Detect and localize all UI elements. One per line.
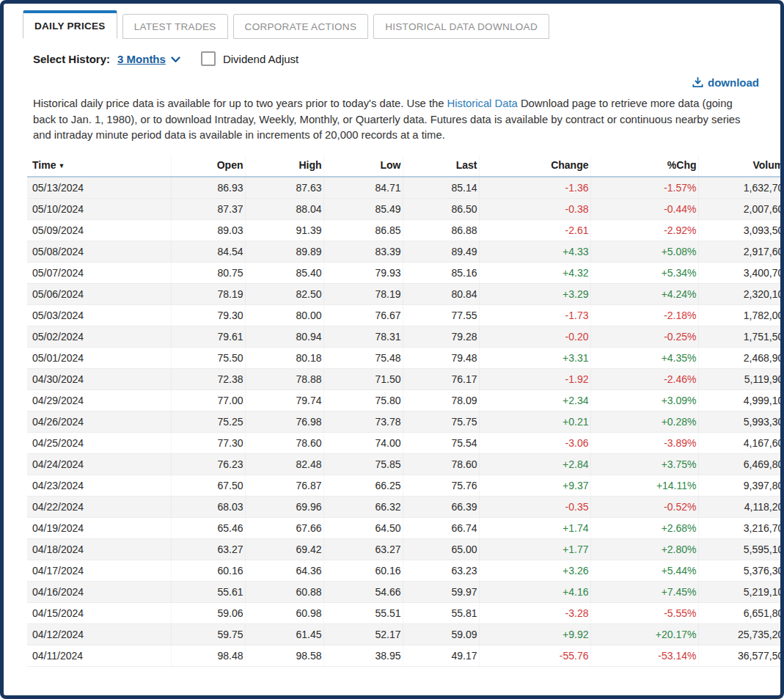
cell-last: 79.48 — [403, 347, 479, 368]
cell-time: 04/15/2024 — [27, 602, 171, 623]
column-header-last[interactable]: Last — [403, 155, 479, 177]
dividend-adjust-checkbox[interactable] — [201, 51, 216, 66]
price-table-body: 05/13/202486.9387.6384.7185.14-1.36-1.57… — [27, 177, 784, 667]
cell-low: 83.39 — [323, 241, 403, 262]
column-header-change[interactable]: Change — [479, 155, 590, 177]
cell-high: 76.98 — [245, 411, 323, 432]
cell-low: 63.27 — [323, 538, 403, 560]
cell-open: 63.27 — [171, 538, 245, 560]
cell-high: 60.88 — [245, 581, 323, 602]
cell-low: 75.80 — [323, 389, 403, 411]
cell-open: 87.37 — [171, 198, 245, 219]
cell-change: -1.92 — [479, 368, 590, 389]
description-before-link: Historical daily price data is available… — [33, 98, 447, 109]
cell-last: 59.09 — [403, 623, 479, 645]
cell-last: 86.88 — [403, 219, 479, 241]
table-row: 05/09/202489.0391.3986.8586.88-2.61-2.92… — [27, 219, 784, 241]
cell-pchg: +4.24% — [590, 283, 698, 304]
cell-volume: 5,993,300 — [698, 411, 784, 432]
cell-low: 73.78 — [323, 411, 403, 432]
cell-open: 68.03 — [171, 496, 245, 517]
table-row: 04/17/202460.1664.3660.1663.23+3.26+5.44… — [27, 560, 784, 581]
cell-volume: 3,093,500 — [698, 219, 784, 241]
table-row: 04/18/202463.2769.4263.2765.00+1.77+2.80… — [27, 538, 784, 560]
cell-time: 04/30/2024 — [27, 368, 171, 389]
cell-time: 05/07/2024 — [27, 262, 171, 283]
column-header-time[interactable]: Time▼ — [27, 155, 171, 177]
cell-volume: 3,216,700 — [698, 517, 784, 538]
table-row: 04/19/202465.4667.6664.5066.74+1.74+2.68… — [27, 517, 784, 538]
cell-low: 79.93 — [323, 262, 403, 283]
column-header-low[interactable]: Low — [323, 155, 403, 177]
cell-last: 66.74 — [403, 517, 479, 538]
cell-pchg: -0.52% — [590, 496, 698, 517]
table-row: 05/07/202480.7585.4079.9385.16+4.32+5.34… — [27, 262, 784, 283]
cell-pchg: -0.44% — [590, 198, 698, 219]
cell-time: 04/25/2024 — [27, 432, 171, 453]
cell-time: 04/23/2024 — [27, 475, 171, 496]
table-row: 05/08/202484.5489.8983.3989.49+4.33+5.08… — [27, 241, 784, 262]
cell-volume: 2,007,600 — [698, 198, 784, 219]
cell-volume: 5,119,900 — [698, 368, 784, 389]
download-label: download — [708, 76, 759, 89]
cell-high: 61.45 — [245, 623, 323, 645]
cell-last: 59.97 — [403, 581, 479, 602]
cell-time: 05/06/2024 — [27, 283, 171, 304]
cell-low: 66.25 — [323, 475, 403, 496]
cell-change: +4.32 — [479, 262, 590, 283]
table-row: 05/06/202478.1982.5078.1980.84+3.29+4.24… — [27, 283, 784, 304]
tab-latest-trades[interactable]: LATEST TRADES — [122, 14, 228, 39]
cell-low: 75.48 — [323, 347, 403, 368]
cell-last: 78.60 — [403, 453, 479, 475]
table-row: 05/13/202486.9387.6384.7185.14-1.36-1.57… — [27, 177, 784, 199]
table-row: 04/24/202476.2382.4875.8578.60+2.84+3.75… — [27, 453, 784, 475]
tab-historical-data-download[interactable]: HISTORICAL DATA DOWNLOAD — [373, 14, 549, 39]
cell-low: 86.85 — [323, 219, 403, 241]
tab-daily-prices[interactable]: DAILY PRICES — [23, 10, 117, 39]
cell-last: 66.39 — [403, 496, 479, 517]
cell-volume: 5,595,100 — [698, 538, 784, 560]
cell-time: 04/16/2024 — [27, 581, 171, 602]
history-period-dropdown[interactable]: 3 Months — [117, 53, 180, 65]
historical-data-link[interactable]: Historical Data — [447, 98, 518, 109]
cell-last: 89.49 — [403, 241, 479, 262]
cell-change: -0.20 — [479, 326, 590, 347]
column-header-time-label: Time — [32, 159, 56, 171]
tab-corporate-actions[interactable]: CORPORATE ACTIONS — [233, 14, 369, 39]
cell-volume: 36,577,500 — [698, 645, 784, 666]
column-header-pchg[interactable]: %Chg — [590, 155, 698, 177]
tab-bar: DAILY PRICES LATEST TRADES CORPORATE ACT… — [4, 4, 780, 39]
table-row: 05/10/202487.3788.0485.4986.50-0.38-0.44… — [27, 198, 784, 219]
cell-time: 05/08/2024 — [27, 241, 171, 262]
cell-last: 65.00 — [403, 538, 479, 560]
table-row: 04/26/202475.2576.9873.7875.75+0.21+0.28… — [27, 411, 784, 432]
table-header: Time▼ Open High Low Last Change %Chg Vol… — [27, 155, 784, 177]
download-button[interactable]: download — [692, 76, 759, 89]
cell-change: -0.35 — [479, 496, 590, 517]
cell-high: 82.50 — [245, 283, 323, 304]
cell-volume: 1,751,500 — [698, 326, 784, 347]
column-header-high[interactable]: High — [245, 155, 323, 177]
cell-time: 05/13/2024 — [27, 177, 171, 199]
cell-low: 78.19 — [323, 283, 403, 304]
cell-volume: 3,400,700 — [698, 262, 784, 283]
download-row: download — [4, 76, 780, 91]
cell-pchg: +14.11% — [590, 475, 698, 496]
cell-high: 80.94 — [245, 326, 323, 347]
cell-high: 87.63 — [245, 177, 323, 199]
daily-prices-panel: DAILY PRICES LATEST TRADES CORPORATE ACT… — [0, 0, 784, 699]
cell-change: +2.34 — [479, 389, 590, 411]
cell-pchg: +4.35% — [590, 347, 698, 368]
cell-volume: 5,376,300 — [698, 560, 784, 581]
cell-high: 64.36 — [245, 560, 323, 581]
column-header-open[interactable]: Open — [171, 155, 245, 177]
cell-open: 75.50 — [171, 347, 245, 368]
cell-high: 60.98 — [245, 602, 323, 623]
column-header-volume[interactable]: Volume — [698, 155, 784, 177]
cell-low: 38.95 — [323, 645, 403, 666]
cell-volume: 25,735,200 — [698, 623, 784, 645]
table-row: 04/29/202477.0079.7475.8078.09+2.34+3.09… — [27, 389, 784, 411]
table-row: 04/16/202455.6160.8854.6659.97+4.16+7.45… — [27, 581, 784, 602]
cell-volume: 6,469,800 — [698, 453, 784, 475]
cell-last: 86.50 — [403, 198, 479, 219]
